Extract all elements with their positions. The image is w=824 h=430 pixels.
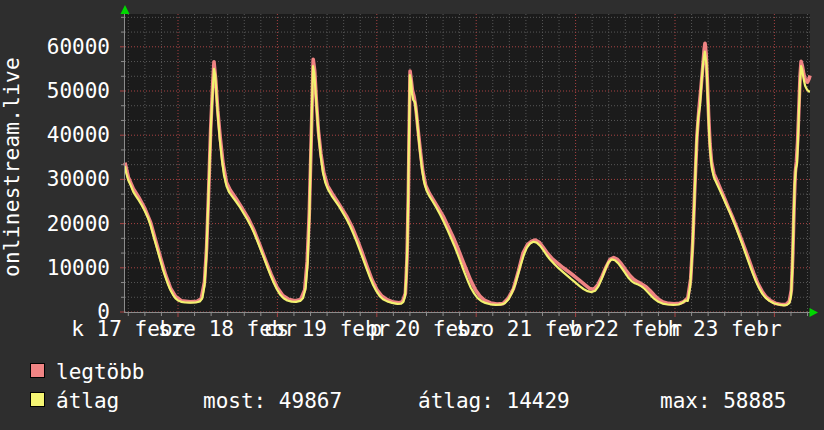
y-axis-label: 20000: [28, 212, 110, 236]
y-axis-label: 50000: [28, 79, 110, 103]
stat-atlag: átlag: 14429: [418, 390, 570, 412]
y-axis-label: 60000: [28, 35, 110, 59]
y-axis-label: 40000: [28, 123, 110, 147]
y-axis-label: 30000: [28, 167, 110, 191]
x-axis-label: v 22 febr: [568, 317, 682, 341]
legend-swatch-atlag: [30, 392, 45, 407]
stat-most: most: 49867: [203, 390, 342, 412]
legend-label-legtobb: legtöbb: [56, 361, 145, 383]
rrdtool-graph: onlinestream.live 0100002000030000400005…: [0, 0, 824, 430]
legend-label-atlag: átlag: [56, 390, 119, 412]
stat-max: max: 58885: [660, 390, 786, 412]
x-axis-label: h 23 febr: [668, 317, 782, 341]
y-axis-arrow-icon: [121, 5, 130, 14]
legend-swatch-legtobb: [30, 363, 45, 378]
y-axis-label: 10000: [28, 256, 110, 280]
x-axis-arrow-icon: [810, 308, 819, 317]
